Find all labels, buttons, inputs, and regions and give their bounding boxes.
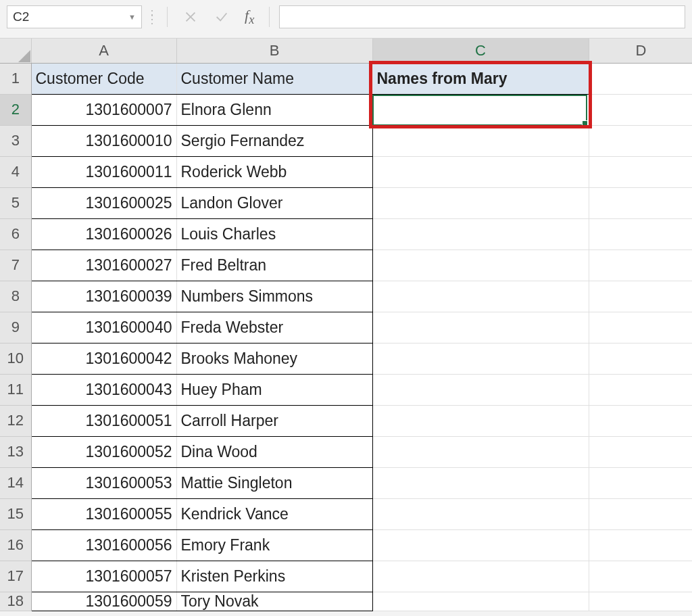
cell[interactable]: Kristen Perkins (176, 561, 372, 592)
cell[interactable] (589, 561, 692, 592)
row-header[interactable]: 11 (0, 374, 31, 405)
row-header[interactable]: 13 (0, 436, 31, 467)
name-box-dropdown-icon[interactable]: ▼ (128, 13, 136, 21)
column-header-C[interactable]: C (372, 39, 589, 63)
spreadsheet-grid[interactable]: A B C D 1 Customer Code Customer Name Na… (0, 39, 692, 611)
row-header[interactable]: 4 (0, 156, 31, 187)
column-header-B[interactable]: B (176, 39, 372, 63)
cell[interactable] (372, 405, 589, 436)
column-header-A[interactable]: A (31, 39, 176, 63)
cell[interactable] (372, 250, 589, 281)
cell[interactable] (589, 187, 692, 218)
cell[interactable] (372, 498, 589, 529)
cell[interactable] (589, 592, 692, 611)
cell[interactable]: Louis Charles (176, 218, 372, 250)
cell[interactable] (589, 467, 692, 498)
cell-selected[interactable] (372, 94, 589, 125)
cell[interactable] (589, 281, 692, 312)
cell[interactable]: 1301600007 (31, 94, 176, 125)
cell[interactable] (372, 467, 589, 498)
cell[interactable]: Dina Wood (176, 436, 372, 467)
cell[interactable]: 1301600042 (31, 343, 176, 374)
cell[interactable] (589, 125, 692, 156)
cell[interactable]: 1301600052 (31, 436, 176, 467)
cell[interactable]: 1301600025 (31, 187, 176, 218)
cell[interactable]: Customer Name (176, 63, 372, 94)
cell[interactable]: 1301600055 (31, 498, 176, 529)
cell[interactable]: Roderick Webb (176, 156, 372, 187)
enter-formula-button[interactable] (208, 7, 235, 27)
row-header[interactable]: 12 (0, 405, 31, 436)
cell[interactable]: 1301600056 (31, 529, 176, 561)
row-header[interactable]: 2 (0, 94, 31, 125)
cell[interactable]: 1301600010 (31, 125, 176, 156)
cell[interactable] (372, 156, 589, 187)
cell[interactable]: Sergio Fernandez (176, 125, 372, 156)
row-header[interactable]: 15 (0, 498, 31, 529)
cell[interactable]: 1301600057 (31, 561, 176, 592)
column-header-D[interactable]: D (589, 39, 692, 63)
cell[interactable] (589, 218, 692, 250)
cell[interactable]: Fred Beltran (176, 250, 372, 281)
cell[interactable]: 1301600040 (31, 312, 176, 343)
cell[interactable]: Numbers Simmons (176, 281, 372, 312)
cell[interactable] (372, 125, 589, 156)
cell[interactable]: Carroll Harper (176, 405, 372, 436)
cell[interactable] (589, 529, 692, 561)
cell[interactable]: Elnora Glenn (176, 94, 372, 125)
row-header[interactable]: 9 (0, 312, 31, 343)
cell[interactable] (372, 218, 589, 250)
cell[interactable] (589, 374, 692, 405)
cell[interactable]: Kendrick Vance (176, 498, 372, 529)
insert-function-button[interactable]: fx (245, 7, 254, 27)
row-header[interactable]: 17 (0, 561, 31, 592)
name-box[interactable]: C2 ▼ (7, 5, 142, 28)
cell[interactable] (589, 498, 692, 529)
cell[interactable]: Brooks Mahoney (176, 343, 372, 374)
cell[interactable] (372, 592, 589, 611)
cell[interactable] (589, 156, 692, 187)
cell[interactable]: 1301600043 (31, 374, 176, 405)
row-header[interactable]: 18 (0, 592, 31, 611)
cell[interactable] (589, 312, 692, 343)
row-header[interactable]: 14 (0, 467, 31, 498)
row-header[interactable]: 1 (0, 63, 31, 94)
row-header[interactable]: 6 (0, 218, 31, 250)
cell[interactable] (372, 343, 589, 374)
row-header[interactable]: 7 (0, 250, 31, 281)
cell[interactable]: Freda Webster (176, 312, 372, 343)
formula-input[interactable] (279, 5, 685, 28)
cell[interactable] (372, 561, 589, 592)
row-header[interactable]: 16 (0, 529, 31, 561)
cell[interactable]: 1301600026 (31, 218, 176, 250)
select-all-corner[interactable] (0, 39, 31, 63)
cell[interactable]: 1301600027 (31, 250, 176, 281)
cell[interactable]: Tory Novak (176, 592, 372, 611)
row-header[interactable]: 10 (0, 343, 31, 374)
cell[interactable]: Landon Glover (176, 187, 372, 218)
cell[interactable] (589, 436, 692, 467)
cell[interactable]: 1301600053 (31, 467, 176, 498)
cell[interactable] (372, 436, 589, 467)
cell[interactable] (589, 405, 692, 436)
cell[interactable]: Customer Code (31, 63, 176, 94)
cell[interactable] (372, 374, 589, 405)
row-header[interactable]: 5 (0, 187, 31, 218)
cell[interactable] (372, 529, 589, 561)
cell[interactable]: 1301600051 (31, 405, 176, 436)
row-header[interactable]: 3 (0, 125, 31, 156)
cancel-formula-button[interactable] (177, 7, 204, 27)
cell[interactable]: Emory Frank (176, 529, 372, 561)
cell[interactable] (372, 281, 589, 312)
cell[interactable] (589, 94, 692, 125)
cell[interactable]: 1301600039 (31, 281, 176, 312)
cell[interactable] (372, 187, 589, 218)
cell[interactable]: Huey Pham (176, 374, 372, 405)
cell[interactable]: Names from Mary (372, 63, 589, 94)
cell[interactable] (589, 343, 692, 374)
cell[interactable] (589, 250, 692, 281)
cell[interactable]: 1301600011 (31, 156, 176, 187)
cell[interactable]: 1301600059 (31, 592, 176, 611)
row-header[interactable]: 8 (0, 281, 31, 312)
cell[interactable]: Mattie Singleton (176, 467, 372, 498)
